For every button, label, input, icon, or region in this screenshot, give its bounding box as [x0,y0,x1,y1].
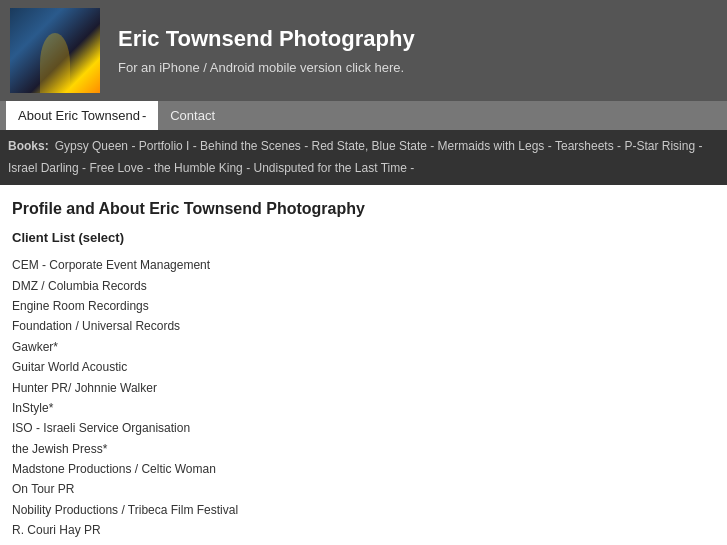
list-item: InStyle* [12,398,715,418]
nav-bar: About Eric Townsend - Contact [0,101,727,130]
book-link-1[interactable]: Portfolio I - [139,136,197,158]
list-item: Engine Room Recordings [12,296,715,316]
book-link-10[interactable]: Undisputed for the Last Time - [253,158,414,180]
book-link-0[interactable]: Gypsy Queen - [55,136,136,158]
list-item: R. Couri Hay PR [12,520,715,540]
book-link-2[interactable]: Behind the Scenes - [200,136,308,158]
book-link-3[interactable]: Red State, Blue State - [312,136,435,158]
list-item: Nobility Productions / Tribeca Film Fest… [12,500,715,520]
list-item: Gawker* [12,337,715,357]
list-item: Relix Magazine* [12,541,715,545]
book-link-6[interactable]: P-Star Rising - [624,136,702,158]
book-link-9[interactable]: the Humble King - [154,158,250,180]
list-item: ISO - Israeli Service Organisation [12,418,715,438]
book-link-4[interactable]: Mermaids with Legs - [438,136,552,158]
list-item: Guitar World Acoustic [12,357,715,377]
client-list-title: Client List (select) [12,230,715,245]
list-item: On Tour PR [12,479,715,499]
list-item: Hunter PR/ Johnnie Walker [12,378,715,398]
section-title: Profile and About Eric Townsend Photogra… [12,200,715,218]
client-list: CEM - Corporate Event ManagementDMZ / Co… [12,255,715,545]
mobile-text[interactable]: For an iPhone / Android mobile version c… [118,60,415,75]
book-link-7[interactable]: Israel Darling - [8,158,86,180]
site-title: Eric Townsend Photography [118,26,415,52]
books-label: Books: [8,136,49,158]
header: Eric Townsend Photography For an iPhone … [0,0,727,101]
list-item: DMZ / Columbia Records [12,276,715,296]
book-link-5[interactable]: Tearsheets - [555,136,621,158]
books-bar: Books: Gypsy Queen - Portfolio I - Behin… [0,130,727,185]
book-link-8[interactable]: Free Love - [89,158,150,180]
main-content: Profile and About Eric Townsend Photogra… [0,185,727,545]
list-item: Foundation / Universal Records [12,316,715,336]
header-photo [10,8,100,93]
header-text: Eric Townsend Photography For an iPhone … [118,26,415,75]
list-item: the Jewish Press* [12,439,715,459]
nav-item-contact[interactable]: Contact [158,101,227,130]
nav-item-about[interactable]: About Eric Townsend - [6,101,158,130]
list-item: CEM - Corporate Event Management [12,255,715,275]
list-item: Madstone Productions / Celtic Woman [12,459,715,479]
